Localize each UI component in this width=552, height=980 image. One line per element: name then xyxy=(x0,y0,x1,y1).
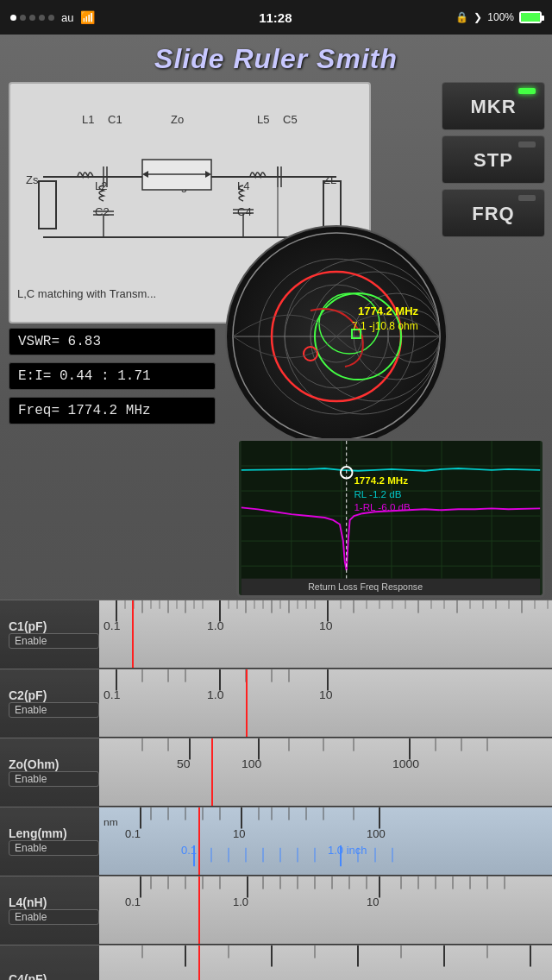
svg-text:1.0 inch: 1.0 inch xyxy=(328,844,367,857)
c2-ruler[interactable]: 0.1 1.0 10 xyxy=(99,669,552,737)
c4-slider-section: C4(pF) xyxy=(0,945,552,980)
leng-label-box: Leng(mm) Enable xyxy=(0,807,99,875)
battery-fill xyxy=(521,13,540,22)
c1-enable-button[interactable]: Enable xyxy=(9,633,99,649)
svg-text:1774.2 MHz: 1774.2 MHz xyxy=(358,305,419,317)
svg-text:0.1: 0.1 xyxy=(125,895,141,908)
c4-red-line xyxy=(198,945,200,980)
svg-text:1-RL -6.0 dB: 1-RL -6.0 dB xyxy=(354,501,411,512)
c2-label-box: C2(pF) Enable xyxy=(0,669,99,737)
svg-text:C1: C1 xyxy=(108,113,122,126)
l4-red-line xyxy=(198,876,200,944)
l4-enable-button[interactable]: Enable xyxy=(9,909,99,925)
svg-text:100: 100 xyxy=(367,827,386,840)
wifi-icon: 📶 xyxy=(80,10,95,24)
zo-enable-button[interactable]: Enable xyxy=(9,771,99,787)
measurements-panel: VSWR= 6.83 E:I= 0.44 : 1.71 Freq= 1774.2… xyxy=(9,328,216,424)
svg-rect-49 xyxy=(242,441,540,595)
lock-icon: 🔒 xyxy=(455,11,468,23)
c4-ruler[interactable] xyxy=(99,945,552,980)
l4-label-box: L4(nH) Enable xyxy=(0,876,99,944)
leng-ruler[interactable]: nm 0.1 10 100 0.1 1.0 inch xyxy=(99,807,552,875)
svg-text:1774.2 MHz: 1774.2 MHz xyxy=(354,474,408,486)
c2-ticks-svg: 0.1 1.0 10 xyxy=(99,669,552,737)
svg-text:10: 10 xyxy=(319,619,333,632)
svg-text:Return Loss Freq Response: Return Loss Freq Response xyxy=(308,581,423,592)
ei-display: E:I= 0.44 : 1.71 xyxy=(9,362,216,390)
app-title: Slide Ruler Smith xyxy=(0,35,552,80)
leng-name: Leng(mm) xyxy=(9,826,99,840)
svg-text:10: 10 xyxy=(319,688,333,701)
zo-label-box: Zo(Ohm) Enable xyxy=(0,738,99,806)
freq-response-chart[interactable]: 1774.2 MHz RL -1.2 dB 1-RL -6.0 dB Retur… xyxy=(236,438,545,598)
battery-icon xyxy=(519,11,542,23)
svg-text:Zs: Zs xyxy=(26,173,39,186)
carrier-label: au xyxy=(61,11,73,24)
smith-svg: 1774.2 MHz 7.1 -j10.8 ohm xyxy=(224,224,448,449)
mkr-led xyxy=(518,88,536,94)
l4-ruler[interactable]: 0.1 1.0 10 xyxy=(99,876,552,944)
freq-display: Freq= 1774.2 MHz xyxy=(9,397,216,424)
c4-ticks-svg xyxy=(99,945,552,980)
status-time: 11:28 xyxy=(259,10,292,25)
svg-text:1.0: 1.0 xyxy=(233,895,248,908)
svg-text:L1: L1 xyxy=(82,113,94,126)
stp-led xyxy=(518,141,536,148)
svg-rect-15 xyxy=(323,181,341,229)
smith-chart[interactable]: 1774.2 MHz 7.1 -j10.8 ohm xyxy=(224,224,448,449)
mkr-button[interactable]: MKR xyxy=(442,82,545,130)
c4-name: C4(pF) xyxy=(9,972,99,980)
svg-text:10: 10 xyxy=(367,895,379,908)
svg-text:1.0: 1.0 xyxy=(207,619,224,632)
svg-text:RL -1.2 dB: RL -1.2 dB xyxy=(354,488,401,499)
zo-red-line xyxy=(211,738,213,806)
signal-dot-1 xyxy=(10,15,16,21)
status-left: au 📶 xyxy=(10,10,95,24)
svg-text:nm: nm xyxy=(104,817,118,829)
signal-dot-5 xyxy=(48,15,54,21)
svg-text:50: 50 xyxy=(177,757,191,770)
l4-name: L4(nH) xyxy=(9,895,99,909)
zo-name: Zo(Ohm) xyxy=(9,757,99,771)
c1-slider-section: C1(pF) Enable 0.1 1.0 10 xyxy=(0,600,552,669)
zo-ruler[interactable]: 50 100 1000 xyxy=(99,738,552,806)
right-buttons: MKR STP FRQ xyxy=(442,82,545,237)
svg-text:1.0: 1.0 xyxy=(207,688,224,701)
c1-name: C1(pF) xyxy=(9,619,99,633)
svg-text:C4: C4 xyxy=(237,205,252,218)
c1-red-line xyxy=(132,600,134,668)
c1-label-box: C1(pF) Enable xyxy=(0,600,99,668)
svg-text:L5: L5 xyxy=(257,113,269,126)
leng-ticks-svg: nm 0.1 10 100 0.1 1.0 inch xyxy=(99,807,552,875)
stp-button[interactable]: STP xyxy=(442,135,545,184)
leng-slider-section: Leng(mm) Enable nm 0.1 10 100 0.1 1.0 in… xyxy=(0,807,552,876)
battery-percent: 100% xyxy=(487,11,514,23)
svg-rect-14 xyxy=(39,181,56,229)
zo-ticks-svg: 50 100 1000 xyxy=(99,738,552,806)
frq-button[interactable]: FRQ xyxy=(442,189,545,237)
svg-text:ZL: ZL xyxy=(323,173,336,186)
signal-dot-4 xyxy=(39,15,45,21)
location-icon: ❯ xyxy=(474,11,482,23)
c2-enable-button[interactable]: Enable xyxy=(9,702,99,718)
frq-led xyxy=(518,195,536,201)
c2-slider-section: C2(pF) Enable 0.1 1.0 10 xyxy=(0,669,552,738)
signal-dot-3 xyxy=(29,15,35,21)
c1-ruler[interactable]: 0.1 1.0 10 xyxy=(99,600,552,668)
freq-chart-svg: 1774.2 MHz RL -1.2 dB 1-RL -6.0 dB Retur… xyxy=(239,441,543,595)
signal-dot-2 xyxy=(20,15,26,21)
leng-red-line xyxy=(198,807,200,875)
vswr-display: VSWR= 6.83 xyxy=(9,328,216,355)
zo-slider-section: Zo(Ohm) Enable 50 100 1000 xyxy=(0,738,552,807)
svg-text:0.1: 0.1 xyxy=(104,619,120,632)
c2-name: C2(pF) xyxy=(9,688,99,702)
svg-text:1000: 1000 xyxy=(392,757,419,770)
svg-text:0.1: 0.1 xyxy=(125,827,141,840)
l4-ticks-svg: 0.1 1.0 10 xyxy=(99,876,552,944)
svg-text:10: 10 xyxy=(233,827,245,840)
l4-slider-section: L4(nH) Enable 0.1 1.0 10 xyxy=(0,876,552,945)
leng-enable-button[interactable]: Enable xyxy=(9,840,99,856)
svg-text:0.1: 0.1 xyxy=(104,688,120,701)
c1-ticks-svg: 0.1 1.0 10 xyxy=(99,600,552,668)
svg-text:Zo: Zo xyxy=(171,113,184,126)
